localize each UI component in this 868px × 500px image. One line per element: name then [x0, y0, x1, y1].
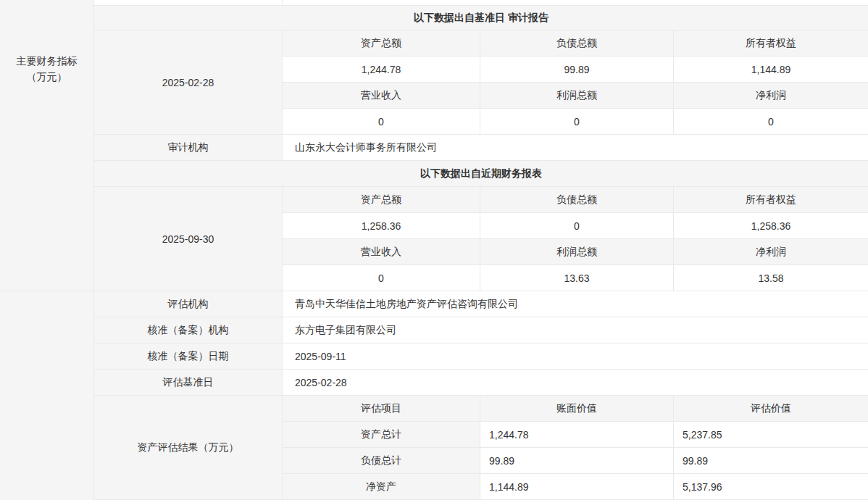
period2-value-row-2: 0 13.63 13.58	[283, 265, 868, 291]
band-recent-statements-title: 以下数据出自近期财务报表	[94, 161, 868, 187]
appraised-value-total-liabilities: 99.89	[674, 448, 868, 474]
valuation-base-date-label: 评估基准日	[94, 370, 283, 396]
col-header-net-profit: 净利润	[674, 83, 868, 109]
total-assets-value: 1,258.36	[283, 213, 480, 239]
period1-value-row-2: 0 0 0	[283, 109, 868, 135]
book-value-net-assets: 1,144.89	[480, 474, 674, 500]
financial-disclosure-table: 主要财务指标 （万元） 资产评估情况 以下数据出自基准日 审计报告 2025-0…	[0, 0, 868, 500]
band-recent-statements: 以下数据出自近期财务报表	[94, 161, 868, 187]
book-value-total-assets: 1,244.78	[480, 422, 674, 448]
financial-indicators-label-line2: （万元）	[0, 69, 93, 85]
period2-header-row-1: 资产总额 负债总额 所有者权益	[283, 187, 868, 213]
col-header-total-profit: 利润总额	[480, 239, 674, 265]
valuation-org-label: 评估机构	[94, 291, 283, 317]
appraised-value-total-assets: 5,237.85	[674, 422, 868, 448]
period2-header-row-2: 营业收入 利润总额 净利润	[283, 239, 868, 265]
table-body: 以下数据出自基准日 审计报告 2025-02-28 资产总额 负债总额 所有者权…	[94, 0, 868, 500]
total-liabilities-value: 99.89	[480, 57, 674, 83]
audit-org-value: 山东永大会计师事务所有限公司	[283, 135, 868, 161]
col-header-total-assets: 资产总额	[283, 30, 480, 57]
approval-date-label: 核准（备案）日期	[94, 343, 283, 370]
audit-org-row: 审计机构 山东永大会计师事务所有限公司	[94, 135, 868, 161]
net-profit-value: 0	[674, 109, 868, 135]
valuation-result-row-net-assets: 净资产 1,144.89 5,137.96	[283, 474, 868, 500]
period1-header-row-2: 营业收入 利润总额 净利润	[283, 83, 868, 109]
operating-revenue-value: 0	[283, 109, 480, 135]
valuation-base-date-row: 评估基准日 2025-02-28	[94, 370, 868, 396]
period1-value-row-1: 1,244.78 99.89 1,144.89	[283, 57, 868, 83]
approval-org-row: 核准（备案）机构 东方电子集团有限公司	[94, 317, 868, 343]
band-audit-source: 以下数据出自基准日 审计报告	[94, 6, 868, 30]
approval-date-row: 核准（备案）日期 2025-09-11	[94, 343, 868, 370]
book-value-total-liabilities: 99.89	[480, 448, 674, 474]
period1-date-cell: 2025-02-28	[94, 30, 283, 135]
section-asset-valuation: 资产评估情况	[0, 291, 93, 500]
col-header-appraised-value: 评估价值	[674, 396, 868, 422]
total-profit-value: 13.63	[480, 265, 674, 291]
valuation-base-date-value: 2025-02-28	[283, 370, 868, 396]
col-header-owners-equity: 所有者权益	[674, 187, 868, 213]
total-liabilities-value: 0	[480, 213, 674, 239]
col-header-book-value: 账面价值	[480, 396, 674, 422]
period1-header-row-1: 资产总额 负债总额 所有者权益	[283, 30, 868, 57]
section-financial-indicators: 主要财务指标 （万元）	[0, 0, 93, 291]
cutoff-label-cell	[94, 0, 283, 6]
col-header-total-profit: 利润总额	[480, 83, 674, 109]
cutoff-value-cell	[283, 0, 868, 6]
appraised-value-net-assets: 5,137.96	[674, 474, 868, 500]
net-profit-value: 13.58	[674, 265, 868, 291]
audit-org-label: 审计机构	[94, 135, 283, 161]
row-header-column: 主要财务指标 （万元） 资产评估情况	[0, 0, 94, 500]
period2-date-cell: 2025-09-30	[94, 187, 283, 291]
col-header-operating-revenue: 营业收入	[283, 83, 480, 109]
valuation-org-value: 青岛中天华佳信土地房地产资产评估咨询有限公司	[283, 291, 868, 317]
valuation-result-row-liabilities: 负债总计 99.89 99.89	[283, 448, 868, 474]
col-header-operating-revenue: 营业收入	[283, 239, 480, 265]
col-header-owners-equity: 所有者权益	[674, 30, 868, 57]
approval-org-label: 核准（备案）机构	[94, 317, 283, 343]
valuation-result-header-row: 评估项目 账面价值 评估价值	[283, 396, 868, 422]
col-header-total-liabilities: 负债总额	[480, 30, 674, 57]
period2-value-row-1: 1,258.36 0 1,258.36	[283, 213, 868, 239]
total-assets-value: 1,244.78	[283, 57, 480, 83]
col-header-valuation-item: 评估项目	[283, 396, 480, 422]
col-header-net-profit: 净利润	[674, 239, 868, 265]
total-profit-value: 0	[480, 109, 674, 135]
valuation-item-net-assets: 净资产	[283, 474, 480, 500]
owners-equity-value: 1,258.36	[674, 213, 868, 239]
col-header-total-liabilities: 负债总额	[480, 187, 674, 213]
operating-revenue-value: 0	[283, 265, 480, 291]
valuation-result-row-assets: 资产总计 1,244.78 5,237.85	[283, 422, 868, 448]
valuation-org-row: 评估机构 青岛中天华佳信土地房地产资产评估咨询有限公司	[94, 291, 868, 317]
valuation-item-total-assets: 资产总计	[283, 422, 480, 448]
cutoff-row	[94, 0, 868, 6]
owners-equity-value: 1,144.89	[674, 57, 868, 83]
financial-indicators-label: 主要财务指标 （万元）	[0, 53, 93, 85]
band-audit-source-title: 以下数据出自基准日 审计报告	[94, 6, 868, 30]
valuation-item-total-liabilities: 负债总计	[283, 448, 480, 474]
approval-date-value: 2025-09-11	[283, 343, 868, 370]
valuation-result-label-cell: 资产评估结果（万元）	[94, 396, 283, 500]
approval-org-value: 东方电子集团有限公司	[283, 317, 868, 343]
financial-indicators-label-line1: 主要财务指标	[0, 53, 93, 69]
col-header-total-assets: 资产总额	[283, 187, 480, 213]
